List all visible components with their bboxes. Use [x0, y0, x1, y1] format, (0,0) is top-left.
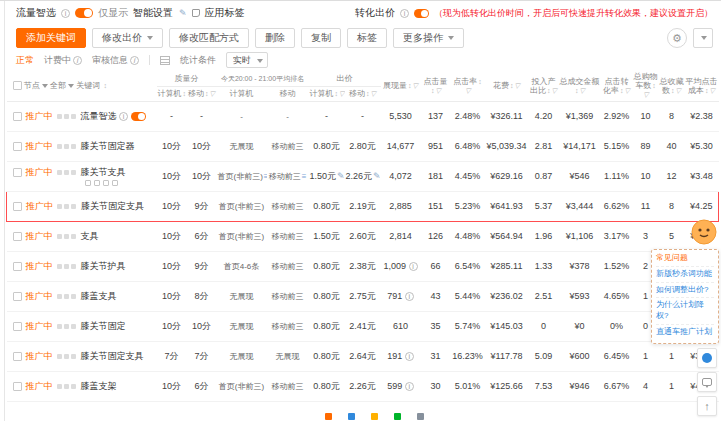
collapse-button[interactable]	[693, 28, 713, 48]
row-checkbox[interactable]	[13, 382, 22, 391]
smart-setting-link[interactable]: 智能设置	[133, 6, 173, 20]
feedback-chat-icon[interactable]	[697, 372, 717, 392]
row-checkbox[interactable]	[13, 352, 22, 361]
edit-bid-icon[interactable]	[373, 171, 380, 181]
keyword-name[interactable]: 支具	[81, 231, 99, 241]
copy-button[interactable]: 复制	[301, 28, 341, 48]
filter-tab-audit[interactable]: 审核信息	[92, 54, 139, 67]
keyword-name[interactable]: 膝关节固定器	[81, 141, 135, 151]
row-hover-icons[interactable]	[57, 167, 78, 177]
rank-trend-icon[interactable]	[264, 172, 267, 181]
service-icon[interactable]	[697, 348, 717, 368]
row-checkbox[interactable]	[13, 168, 22, 177]
row-hover-icons[interactable]	[57, 381, 78, 391]
filter-icon[interactable]	[710, 87, 715, 95]
keyword-name[interactable]: 膝盖支具	[81, 291, 117, 301]
gear-icon[interactable]	[667, 28, 687, 48]
row-hover-icons[interactable]	[57, 261, 78, 271]
faq-link[interactable]: 直通车推广计划	[656, 324, 714, 340]
sort-icon[interactable]	[183, 90, 187, 98]
info-icon[interactable]	[405, 292, 414, 301]
faq-link[interactable]: 为什么计划降权?	[656, 297, 714, 324]
row-checkbox[interactable]	[13, 262, 22, 271]
stat-period-select[interactable]: 实时	[226, 52, 268, 68]
sort-icon[interactable]	[478, 78, 482, 86]
sort-icon[interactable]	[431, 87, 435, 95]
sort-icon[interactable]	[620, 87, 624, 95]
info-icon[interactable]	[409, 262, 418, 271]
column-setting-icon[interactable]	[160, 56, 170, 65]
modify-match-button[interactable]: 修改匹配方式	[169, 28, 249, 48]
keyword-action-icons[interactable]	[85, 180, 156, 186]
row-checkbox[interactable]	[13, 202, 22, 211]
keyword-name[interactable]: 流量智选	[81, 111, 117, 121]
filter-tab-billing[interactable]: 计费中	[44, 54, 82, 67]
delete-button[interactable]: 删除	[255, 28, 295, 48]
filter-icon[interactable]	[339, 90, 344, 98]
filter-icon[interactable]	[643, 91, 648, 99]
rank-trend-icon[interactable]	[302, 172, 307, 181]
row-checkbox[interactable]	[13, 322, 22, 331]
sort-icon[interactable]	[575, 87, 579, 95]
apply-tag-link[interactable]: 应用标签	[205, 6, 245, 20]
tag-button[interactable]: 标签	[347, 28, 387, 48]
sort-icon[interactable]	[205, 90, 209, 98]
filter-icon[interactable]	[371, 90, 376, 98]
faq-link[interactable]: 如何调整出价?	[656, 282, 714, 298]
scope-filter[interactable]: 全部	[50, 81, 74, 90]
sort-icon[interactable]	[103, 82, 107, 90]
filter-icon[interactable]	[676, 87, 681, 95]
modify-bid-button[interactable]: 修改出价	[92, 28, 163, 48]
sort-icon[interactable]	[547, 87, 551, 95]
filter-icon[interactable]	[625, 87, 630, 95]
info-icon[interactable]	[405, 352, 414, 361]
filter-icon[interactable]	[580, 87, 585, 95]
edit-icon[interactable]	[179, 8, 187, 18]
back-to-top-icon[interactable]	[697, 396, 717, 416]
sort-icon[interactable]	[671, 87, 675, 95]
row-checkbox[interactable]	[13, 112, 22, 121]
filter-icon[interactable]	[552, 87, 557, 95]
row-checkbox[interactable]	[13, 142, 22, 151]
sort-icon[interactable]	[510, 82, 514, 90]
select-all-checkbox[interactable]	[13, 81, 22, 90]
edit-bid-icon[interactable]	[337, 171, 344, 181]
keyword-name[interactable]: 膝关节支具	[81, 167, 126, 177]
keyword-name[interactable]: 膝关节固定支具	[81, 201, 144, 211]
assistant-mascot-icon[interactable]	[691, 219, 717, 245]
filter-icon[interactable]	[413, 82, 418, 90]
sort-icon[interactable]	[335, 90, 339, 98]
row-hover-icons[interactable]	[57, 291, 78, 301]
sort-icon[interactable]	[366, 90, 370, 98]
filter-icon[interactable]	[465, 87, 470, 95]
info-icon[interactable]	[405, 382, 414, 391]
filter-tab-normal[interactable]: 正常	[16, 54, 34, 67]
row-hover-icons[interactable]	[57, 231, 78, 241]
node-filter[interactable]: 节点	[24, 81, 48, 90]
row-hover-icons[interactable]	[57, 321, 78, 331]
keyword-name[interactable]: 膝关节固定	[81, 321, 126, 331]
row-hover-icons[interactable]	[57, 351, 78, 361]
row-hover-icons[interactable]	[57, 141, 78, 151]
keyword-name[interactable]: 膝关节固定支具	[81, 351, 144, 361]
sort-icon[interactable]	[652, 82, 656, 90]
keyword-name[interactable]: 膝盖支架	[81, 381, 117, 391]
row-hover-icons[interactable]	[57, 111, 78, 121]
filter-icon[interactable]	[515, 82, 520, 90]
info-icon[interactable]	[61, 9, 70, 18]
faq-link[interactable]: 新版秒杀词功能	[656, 266, 714, 282]
more-actions-button[interactable]: 更多操作	[393, 28, 464, 48]
filter-icon[interactable]	[210, 90, 215, 98]
traffic-smart-toggle[interactable]	[75, 8, 93, 18]
info-icon[interactable]	[400, 9, 409, 18]
row-hover-icons[interactable]	[57, 201, 78, 211]
sort-icon[interactable]	[705, 87, 709, 95]
filter-icon[interactable]	[436, 87, 441, 95]
row-checkbox[interactable]	[13, 232, 22, 241]
keyword-name[interactable]: 膝关节护具	[81, 261, 126, 271]
row-checkbox[interactable]	[13, 292, 22, 301]
add-keyword-button[interactable]: 添加关键词	[16, 28, 86, 48]
sort-icon[interactable]	[408, 82, 412, 90]
conversion-bid-toggle[interactable]	[414, 9, 429, 18]
traffic-smart-row-toggle[interactable]	[131, 112, 146, 121]
